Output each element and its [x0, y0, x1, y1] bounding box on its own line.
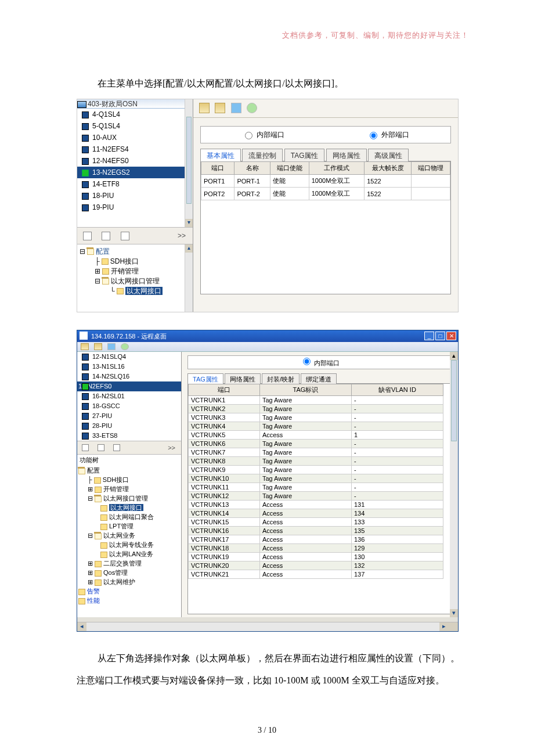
table-row[interactable]: VCTRUNK17Access136: [189, 535, 443, 544]
tree-ethlan[interactable]: 以太网LAN业务: [109, 550, 153, 557]
table-row[interactable]: VCTRUNK5Access1: [189, 431, 443, 440]
slot-item[interactable]: 4-Q1SL4: [77, 109, 193, 120]
layout-icon[interactable]: [215, 103, 225, 113]
db-icon[interactable]: [199, 103, 210, 113]
tab-tag[interactable]: TAG属性: [284, 149, 325, 161]
slot-item[interactable]: 19-PIU: [77, 201, 193, 213]
col-vlan[interactable]: 缺省VLAN ID: [351, 384, 443, 396]
slot-item[interactable]: 12-N1SLQ4: [77, 352, 181, 362]
scroll-up-icon[interactable]: ▴: [185, 244, 193, 253]
slot-item[interactable]: 28-PIU: [77, 421, 181, 431]
col-phys[interactable]: 端口物理: [412, 162, 450, 175]
table-row[interactable]: PORT1 PORT-1 使能 1000M全双工 1522: [201, 175, 450, 188]
db-icon[interactable]: [81, 343, 89, 350]
slot-item[interactable]: 15-N2EFS0: [77, 381, 181, 391]
minimize-button[interactable]: _: [424, 332, 434, 340]
slot-item[interactable]: 33-ETS8: [77, 431, 181, 441]
tree-ethmgr[interactable]: 以太网接口管理: [103, 495, 148, 502]
tab-bind[interactable]: 绑定通道: [301, 373, 337, 384]
table-row[interactable]: VCTRUNK15Access133: [189, 518, 443, 527]
slot-item-selected[interactable]: 13-N2EGS2: [77, 167, 193, 178]
left-arrow-icon[interactable]: [102, 232, 110, 240]
radio-inner-port[interactable]: [245, 132, 252, 139]
tree-qos[interactable]: Qos管理: [103, 569, 128, 576]
tree-scrollbar[interactable]: ▴: [185, 244, 193, 312]
table-row[interactable]: VCTRUNK16Access135: [189, 527, 443, 535]
tab-network[interactable]: 网络属性: [326, 149, 367, 161]
tree-overhead[interactable]: 开销管理: [103, 485, 129, 492]
table-row[interactable]: VCTRUNK13Access131: [189, 501, 443, 509]
tree-sdh[interactable]: SDH接口: [103, 476, 129, 483]
col-enable[interactable]: 端口使能: [270, 162, 309, 175]
tree-node-sdh[interactable]: SDH接口: [110, 257, 139, 265]
table-row[interactable]: PORT2 PORT-2 使能 1000M全双工 1522: [201, 188, 450, 200]
table-row[interactable]: VCTRUNK6Tag Aware-: [189, 440, 443, 448]
tree-perf[interactable]: 性能: [87, 597, 100, 604]
radio-outer-port[interactable]: [370, 132, 377, 139]
tab-encap[interactable]: 封装/映射: [262, 373, 300, 384]
tree-ethif[interactable]: 以太网接口: [109, 504, 143, 511]
scroll-left-icon[interactable]: ◂: [77, 622, 86, 631]
table-row[interactable]: VCTRUNK3Tag Aware-: [189, 413, 443, 422]
tab-flowctl[interactable]: 流量控制: [242, 149, 283, 161]
table-row[interactable]: VCTRUNK7Tag Aware-: [189, 448, 443, 457]
table-row[interactable]: VCTRUNK4Tag Aware-: [189, 422, 443, 431]
page-icon[interactable]: [83, 232, 92, 240]
tree-node-overhead[interactable]: 开销管理: [111, 267, 139, 275]
radio-inner-port[interactable]: [303, 358, 311, 365]
tree-node-ethif[interactable]: 以太网接口: [125, 287, 163, 295]
right-arrow-icon[interactable]: [121, 232, 129, 240]
tree-ethline[interactable]: 以太网专线业务: [109, 541, 154, 548]
scroll-down-icon[interactable]: ▾: [185, 219, 193, 227]
slot-item[interactable]: 12-N4EFS0: [77, 155, 193, 167]
slot-item[interactable]: 11-N2EFS4: [77, 143, 193, 155]
tab-network[interactable]: 网络属性: [225, 373, 261, 384]
table-row[interactable]: VCTRUNK20Access132: [189, 561, 443, 570]
col-maxframe[interactable]: 最大帧长度: [365, 162, 412, 175]
page-icon[interactable]: [82, 444, 89, 451]
col-mode[interactable]: 工作模式: [309, 162, 365, 175]
close-button[interactable]: ✕: [446, 332, 456, 340]
slot-item[interactable]: 18-PIU: [77, 190, 193, 201]
table-row[interactable]: VCTRUNK9Tag Aware-: [189, 466, 443, 474]
slot-item[interactable]: 18-GSCC: [77, 401, 181, 411]
col-tag[interactable]: TAG标识: [259, 384, 351, 396]
layout-icon[interactable]: [94, 343, 102, 350]
tab-tag[interactable]: TAG属性: [187, 373, 223, 384]
tree-node-ethmgr[interactable]: 以太网接口管理: [111, 277, 160, 285]
tree-ethbiz[interactable]: 以太网业务: [103, 532, 135, 539]
scrollbar-vertical[interactable]: ▴ ▾: [450, 383, 452, 614]
table-row[interactable]: VCTRUNK14Access134: [189, 509, 443, 518]
scrollbar-horizontal[interactable]: ◂ ▸: [77, 622, 458, 631]
slot-item[interactable]: 14-N2SLQ16: [77, 372, 181, 381]
slot-item[interactable]: 14-ETF8: [77, 178, 193, 190]
help-icon[interactable]: [247, 103, 257, 113]
tree-ethmaint[interactable]: 以太网维护: [103, 578, 135, 585]
slot-item[interactable]: 27-PIU: [77, 411, 181, 421]
slot-item[interactable]: 13-N1SL16: [77, 362, 181, 372]
tree-ethagg[interactable]: 以太网端口聚合: [109, 513, 154, 520]
table-row[interactable]: VCTRUNK2Tag Aware-: [189, 405, 443, 413]
maximize-button[interactable]: □: [435, 332, 445, 340]
help-icon[interactable]: [121, 343, 129, 350]
table-row[interactable]: VCTRUNK10Tag Aware-: [189, 474, 443, 483]
col-port[interactable]: 端口: [201, 162, 234, 175]
scrollbar-vertical[interactable]: ▾: [185, 99, 193, 227]
col-name[interactable]: 名称: [234, 162, 270, 175]
expand-button[interactable]: >>: [168, 444, 175, 451]
scroll-right-icon[interactable]: ▸: [439, 622, 449, 631]
tree-config[interactable]: 配置: [87, 467, 100, 474]
print-icon[interactable]: [231, 103, 241, 113]
right-arrow-icon[interactable]: [113, 444, 120, 451]
table-row[interactable]: VCTRUNK1Tag Aware-: [189, 396, 443, 405]
tree-lpt[interactable]: LPT管理: [109, 523, 134, 530]
table-row[interactable]: VCTRUNK18Access129: [189, 544, 443, 553]
table-row[interactable]: VCTRUNK21Access137: [189, 570, 443, 579]
slot-item[interactable]: 10-AUX: [77, 132, 193, 143]
table-row[interactable]: VCTRUNK8Tag Aware-: [189, 457, 443, 466]
slot-item[interactable]: 5-Q1SL4: [77, 120, 193, 132]
tree-alarm[interactable]: 告警: [87, 588, 100, 595]
print-icon[interactable]: [107, 343, 116, 350]
table-row[interactable]: VCTRUNK11Tag Aware-: [189, 483, 443, 492]
table-row[interactable]: VCTRUNK19Access130: [189, 553, 443, 561]
